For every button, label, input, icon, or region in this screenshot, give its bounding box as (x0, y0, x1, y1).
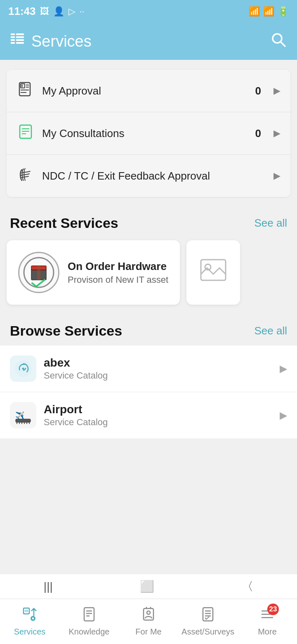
status-right: 📶 📶 🔋 (249, 6, 289, 17)
svg-rect-2 (11, 39, 15, 41)
main-content: 8 My Approval 0 ▶ My Con (0, 70, 297, 533)
svg-text:8: 8 (21, 84, 23, 88)
airport-info: Airport Service Catalog (44, 403, 272, 428)
app-bar: Services (0, 23, 297, 60)
nav-item-forme[interactable]: For Me (119, 607, 178, 637)
hardware-name: On Order Hardware (68, 260, 168, 273)
browse-services-title: Browse Services (10, 323, 122, 339)
status-left: 11:43 🖼 👤 ▷ ·· (8, 5, 85, 18)
consultations-label: My Consultations (42, 127, 248, 140)
grid-icon (10, 33, 25, 50)
svg-rect-4 (16, 33, 24, 35)
svg-line-9 (280, 42, 285, 47)
service-card-hardware[interactable]: On Order Hardware Provison of New IT ass… (7, 240, 180, 305)
abex-sub: Service Catalog (44, 370, 272, 381)
service-card-placeholder (186, 240, 240, 305)
nav-item-services[interactable]: Services (0, 607, 59, 637)
approval-icon: 8 (16, 81, 35, 100)
my-consultations-item[interactable]: My Consultations 0 ▶ (7, 112, 290, 155)
nav-asset-label: Asset/Surveys (182, 627, 234, 637)
approval-label: My Approval (42, 85, 248, 97)
svg-rect-1 (11, 36, 15, 38)
bottom-nav: Services Knowledge For Me (0, 599, 297, 644)
consultations-chevron: ▶ (273, 128, 280, 139)
app-bar-left: Services (10, 33, 92, 50)
nav-knowledge-icon (82, 607, 97, 625)
nav-services-label: Services (14, 627, 46, 637)
nav-more-label: More (258, 627, 277, 637)
placeholder-img-icon (199, 256, 228, 289)
recent-services-title: Recent Services (10, 215, 118, 231)
nav-item-asset[interactable]: Asset/Surveys (178, 607, 238, 637)
hardware-icon (18, 252, 59, 293)
status-bar: 11:43 🖼 👤 ▷ ·· 📶 📶 🔋 (0, 0, 297, 23)
search-icon[interactable] (270, 31, 287, 52)
browse-services-see-all[interactable]: See all (255, 324, 288, 337)
dots-icon: ·· (80, 6, 85, 17)
recent-services-header: Recent Services See all (0, 207, 297, 236)
user-icon: 👤 (53, 6, 64, 17)
nav-more-icon: 23 (260, 607, 275, 625)
svg-rect-3 (11, 42, 15, 44)
svg-point-45 (147, 611, 150, 614)
airport-name: Airport (44, 403, 272, 416)
browse-list: abex Service Catalog ▶ ✈️ (0, 346, 297, 438)
approval-count: 0 (255, 85, 261, 97)
ndc-chevron: ▶ (273, 170, 280, 181)
recent-services-see-all[interactable]: See all (255, 217, 288, 230)
svg-point-28 (22, 368, 24, 370)
app-bar-title: Services (31, 33, 92, 50)
airport-icon: ✈️ (10, 402, 36, 429)
airport-sub: Service Catalog (44, 417, 272, 428)
browse-item-abex[interactable]: abex Service Catalog ▶ (0, 346, 297, 392)
nav-knowledge-label: Knowledge (69, 627, 110, 637)
browse-services-header: Browse Services See all (0, 313, 297, 346)
browse-item-airport[interactable]: ✈️ Airport Service Catalog ▶ (0, 392, 297, 438)
abex-chevron: ▶ (280, 363, 287, 374)
airport-chevron: ▶ (280, 410, 287, 421)
svg-rect-7 (16, 42, 24, 44)
svg-rect-40 (84, 608, 94, 621)
abex-icon (10, 355, 36, 382)
nav-forme-label: For Me (135, 627, 161, 637)
nav-item-more[interactable]: 23 More (238, 607, 297, 637)
nav-asset-icon (200, 607, 215, 625)
system-nav-bar: ||| ⬜ 〈 (0, 574, 297, 599)
signal-icon: 📶 (263, 6, 274, 17)
ndc-label: NDC / TC / Exit Feedback Approval (42, 170, 266, 182)
media-icon: ▷ (68, 6, 75, 17)
hardware-sub: Provison of New IT asset (68, 275, 168, 285)
svg-rect-24 (37, 266, 40, 280)
more-badge: 23 (267, 604, 279, 615)
svg-rect-46 (203, 608, 213, 621)
approval-card-section: 8 My Approval 0 ▶ My Con (7, 70, 290, 197)
home-icon[interactable]: ⬜ (140, 580, 154, 593)
bottom-spacer (0, 438, 297, 533)
nav-item-knowledge[interactable]: Knowledge (59, 607, 119, 637)
abex-info: abex Service Catalog (44, 356, 272, 381)
ndc-item[interactable]: NDC / TC / Exit Feedback Approval ▶ (7, 155, 290, 197)
status-time: 11:43 (8, 5, 36, 18)
approval-chevron: ▶ (273, 85, 280, 96)
wifi-icon: 📶 (249, 6, 260, 17)
notification-icon: 🖼 (40, 6, 49, 17)
back-icon[interactable]: 〈 (242, 579, 253, 594)
svg-rect-5 (16, 36, 24, 38)
consultations-count: 0 (255, 127, 261, 140)
nav-services-icon (22, 607, 37, 625)
recent-services-scroll: On Order Hardware Provison of New IT ass… (0, 236, 297, 313)
ndc-icon (16, 166, 35, 185)
svg-rect-30 (16, 419, 31, 422)
svg-point-8 (273, 34, 282, 43)
svg-rect-6 (16, 39, 24, 41)
consultations-icon (16, 124, 35, 143)
abex-name: abex (44, 356, 272, 369)
svg-rect-0 (11, 33, 15, 35)
back-multitask-icon[interactable]: ||| (44, 580, 53, 593)
battery-icon: 🔋 (278, 6, 289, 17)
my-approval-item[interactable]: 8 My Approval 0 ▶ (7, 70, 290, 112)
nav-forme-icon (141, 607, 156, 625)
hardware-info: On Order Hardware Provison of New IT ass… (68, 260, 168, 285)
